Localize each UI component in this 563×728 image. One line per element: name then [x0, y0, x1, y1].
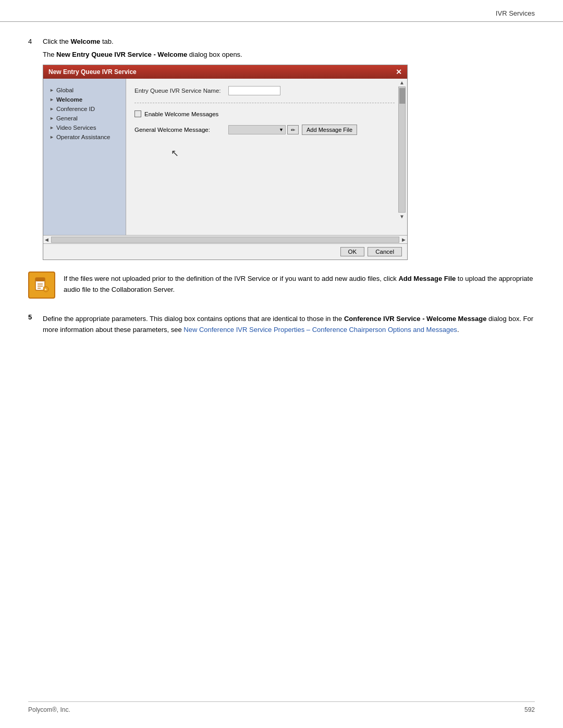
- nav-item-operator-assistance[interactable]: ► Operator Assistance: [47, 133, 121, 141]
- step4-text: Click the Welcome tab.: [43, 38, 114, 45]
- ok-button[interactable]: OK: [340, 247, 365, 256]
- note-box: + If the files were not uploaded prior t…: [28, 272, 535, 299]
- step5-link[interactable]: New Conference IVR Service Properties – …: [183, 326, 457, 334]
- scroll-indicator: ▲ ▼: [398, 80, 406, 219]
- nav-item-video-services[interactable]: ► Video Services: [47, 124, 121, 132]
- note-icon-svg: +: [33, 277, 50, 293]
- nav-arrow-operator-assistance: ►: [50, 134, 54, 140]
- step4-row: 4 Click the Welcome tab.: [28, 38, 535, 45]
- nav-arrow-general: ►: [50, 116, 54, 121]
- step5-text: Define the appropriate parameters. This …: [43, 313, 535, 336]
- service-name-label: Entry Queue IVR Service Name:: [134, 88, 228, 94]
- footer-left: Polycom®, Inc.: [28, 706, 70, 713]
- step4-bold: Welcome: [70, 38, 100, 45]
- nav-arrow-global: ►: [50, 88, 54, 93]
- service-name-input[interactable]: [228, 86, 280, 95]
- nav-item-global[interactable]: ► Global: [47, 86, 121, 94]
- cancel-button[interactable]: Cancel: [368, 247, 402, 256]
- nav-label-operator-assistance: Operator Assistance: [56, 134, 111, 140]
- note-text: If the files were not uploaded prior to …: [64, 272, 535, 295]
- nav-label-global: Global: [56, 87, 74, 93]
- nav-arrow-welcome: ►: [50, 97, 54, 102]
- dialog-close-button[interactable]: ✕: [396, 68, 402, 76]
- page-header: IVR Services: [0, 0, 563, 22]
- step5-bold: Conference IVR Service - Welcome Message: [344, 315, 487, 323]
- edit-icon: ✏: [291, 127, 295, 133]
- step4-number: 4: [28, 38, 43, 45]
- dialog-wrapper: New Entry Queue IVR Service ✕ ► Global ►…: [43, 65, 535, 260]
- dialog-content: ▲ ▼ Entry Queue IVR Service Name:: [126, 79, 407, 235]
- step5-number: 5: [28, 313, 43, 321]
- step4-sub-bold: New Entry Queue IVR Service - Welcome: [56, 51, 187, 58]
- nav-label-video-services: Video Services: [56, 125, 96, 131]
- hscroll-left-button[interactable]: ◀: [43, 237, 50, 242]
- enable-welcome-checkbox[interactable]: [134, 110, 141, 117]
- note-icon: +: [28, 272, 55, 299]
- separator: [134, 103, 395, 103]
- dialog-nav: ► Global ► Welcome ► Conference ID ► Gen…: [43, 79, 126, 235]
- dialog-body: ► Global ► Welcome ► Conference ID ► Gen…: [43, 79, 407, 235]
- nav-arrow-video-services: ►: [50, 125, 54, 130]
- message-label: General Welcome Message:: [134, 127, 228, 133]
- nav-label-general: General: [56, 115, 78, 121]
- edit-message-button[interactable]: ✏: [287, 125, 299, 134]
- select-arrow-icon: ▼: [279, 127, 284, 132]
- dialog-bottom-scrollbar: ◀ ▶: [43, 235, 407, 243]
- dialog-titlebar: New Entry Queue IVR Service ✕: [43, 65, 407, 79]
- scroll-up-button[interactable]: ▲: [399, 80, 405, 85]
- step5-row: 5 Define the appropriate parameters. Thi…: [28, 313, 535, 336]
- header-title: IVR Services: [496, 9, 535, 17]
- nav-arrow-conference-id: ►: [50, 106, 54, 112]
- dialog-footer: OK Cancel: [43, 243, 407, 260]
- scroll-track: [398, 87, 406, 213]
- scroll-thumb: [399, 88, 406, 104]
- nav-label-welcome: Welcome: [56, 96, 82, 103]
- nav-item-conference-id[interactable]: ► Conference ID: [47, 105, 121, 113]
- service-name-row: Entry Queue IVR Service Name:: [134, 86, 395, 95]
- scroll-down-button[interactable]: ▼: [399, 214, 405, 219]
- message-select[interactable]: ▼: [228, 125, 286, 134]
- content-area: ↖: [134, 142, 395, 174]
- cursor-icon: ↖: [171, 147, 179, 159]
- hscroll-right-button[interactable]: ▶: [400, 237, 407, 242]
- dialog-box: New Entry Queue IVR Service ✕ ► Global ►…: [43, 65, 408, 260]
- nav-label-conference-id: Conference ID: [56, 106, 95, 112]
- enable-welcome-row: Enable Welcome Messages: [134, 110, 395, 117]
- hscroll-track: [51, 237, 399, 243]
- footer-right: 592: [524, 706, 535, 713]
- svg-text:+: +: [45, 288, 47, 291]
- general-welcome-row: General Welcome Message: ▼ ✏ Add Message…: [134, 125, 395, 135]
- page-footer: Polycom®, Inc. 592: [28, 701, 535, 713]
- page-content: 4 Click the Welcome tab. The New Entry Q…: [0, 22, 563, 364]
- svg-rect-1: [35, 278, 45, 281]
- note-bold: Add Message File: [398, 275, 456, 282]
- nav-item-welcome[interactable]: ► Welcome: [47, 95, 121, 104]
- add-message-file-button[interactable]: Add Message File: [302, 125, 357, 135]
- dialog-title: New Entry Queue IVR Service: [48, 68, 137, 76]
- enable-welcome-label: Enable Welcome Messages: [144, 111, 218, 117]
- nav-item-general[interactable]: ► General: [47, 114, 121, 122]
- step4-sub: The New Entry Queue IVR Service - Welcom…: [43, 51, 535, 58]
